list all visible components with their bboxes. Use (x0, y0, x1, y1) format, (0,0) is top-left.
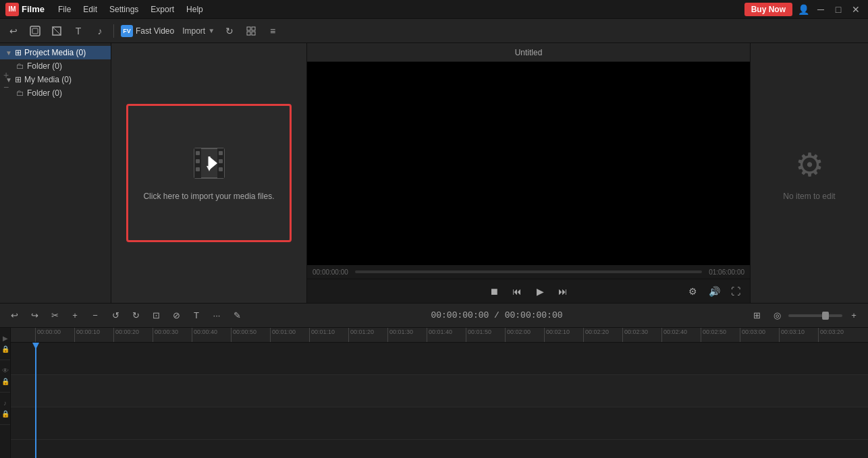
tree-label-project-media: Project Media (0) (24, 48, 86, 57)
tree-item-my-media[interactable]: ▼ ⊞ My Media (0) (0, 73, 111, 86)
no-item-text: No item to edit (783, 192, 835, 201)
import-drop-zone[interactable]: Click here to import your media files. (126, 104, 292, 242)
tl-text-button[interactable]: T (188, 307, 205, 324)
svg-rect-6 (247, 32, 250, 35)
progress-bar-container[interactable] (355, 270, 702, 273)
toolbar-text-icon[interactable]: T (69, 22, 88, 40)
menu-file[interactable]: File (53, 3, 76, 16)
toolbar-separator (113, 24, 114, 38)
tl-remove-button[interactable]: − (86, 307, 104, 324)
tree-grid-icon-my-media: ⊞ (15, 75, 22, 84)
timeline-body: ▶ 🔒 👁 🔒 ♪ 🔒 00:00:0000:00:1000:00:2000: (0, 328, 868, 458)
import-label[interactable]: Import (182, 26, 205, 36)
ruler-label-17: 00:02:50 (703, 328, 726, 335)
preview-volume-icon[interactable]: 🔊 (705, 283, 723, 300)
left-panel: ▼ ⊞ Project Media (0) 🗀 Folder (0) ▼ ⊞ M… (0, 43, 111, 303)
track-lock-icon[interactable]: 🔒 (1, 345, 10, 354)
timeline-tracks (11, 343, 868, 458)
titlebar-right: Buy Now 👤 ─ □ ✕ (744, 3, 863, 16)
svg-rect-16 (219, 167, 223, 171)
tl-cut-button[interactable]: ✂ (46, 307, 63, 324)
svg-rect-12 (196, 159, 200, 163)
ruler-mark-1: 00:00:10 (74, 328, 113, 342)
track-audio-icon[interactable]: ♪ (1, 399, 10, 408)
tl-redo-button[interactable]: ↪ (26, 307, 43, 324)
tl-split-button[interactable]: ⊘ (167, 307, 185, 324)
toolbar-media-icon[interactable] (26, 22, 45, 40)
fast-video-icon: FV (121, 25, 133, 37)
preview-fullscreen-icon[interactable]: ⛶ (727, 283, 744, 300)
tl-rotate-right-button[interactable]: ↻ (127, 307, 144, 324)
ruler-mark-5: 00:00:50 (231, 328, 270, 342)
buy-now-button[interactable]: Buy Now (744, 3, 792, 16)
tree-grid-icon-project-media: ⊞ (15, 48, 22, 57)
tl-pencil-button[interactable]: ✎ (228, 307, 246, 324)
side-icon-group-3: ♪ 🔒 (0, 393, 10, 425)
preview-prev-frame-button[interactable]: ⏮ (508, 283, 526, 300)
tl-crop-button[interactable]: ⊡ (147, 307, 165, 324)
ruler-mark-10: 00:01:40 (427, 328, 466, 342)
tree-item-project-folder[interactable]: 🗀 Folder (0) (0, 59, 111, 73)
tl-fit-button[interactable]: ◎ (768, 307, 786, 324)
film-strip-icon (192, 146, 227, 181)
menu-export[interactable]: Export (145, 3, 180, 16)
track-row-1 (11, 343, 868, 375)
timecode-display: 00:00:00:00 / 00:00:00:00 (248, 310, 745, 320)
toolbar-undo-icon[interactable]: ↩ (4, 22, 23, 40)
ruler-mark-7: 00:01:10 (309, 328, 348, 342)
track-video-icon[interactable]: ▶ (1, 334, 10, 343)
svg-rect-4 (247, 27, 250, 30)
menu-settings[interactable]: Settings (104, 3, 144, 16)
ruler-label-15: 00:02:30 (624, 328, 648, 335)
tl-undo-button[interactable]: ↩ (5, 307, 23, 324)
tree-folder-icon-my: 🗀 (16, 88, 24, 98)
preview-play-button[interactable]: ▶ (531, 283, 549, 300)
menu-edit[interactable]: Edit (78, 3, 103, 16)
ruler-label-19: 00:03:10 (781, 328, 805, 335)
track-eye-icon[interactable]: 👁 (1, 366, 10, 376)
toolbar-refresh-icon[interactable]: ↻ (220, 22, 239, 40)
menu-help[interactable]: Help (181, 3, 209, 16)
ruler-label-16: 00:02:40 (663, 328, 687, 335)
zoom-slider[interactable] (788, 314, 842, 317)
tl-add-button[interactable]: + (66, 307, 84, 324)
preview-progress-bar: 00:00:00:00 01:06:00:00 (307, 265, 750, 279)
toolbar-list-icon[interactable]: ≡ (263, 22, 282, 40)
tree-label-my-folder: Folder (0) (27, 88, 62, 98)
tl-zoom-in-button[interactable]: + (845, 307, 863, 324)
restore-button[interactable]: □ (832, 3, 845, 16)
user-icon[interactable]: 👤 (796, 3, 810, 16)
menu-bar: File Edit Settings Export Help (53, 3, 209, 16)
preview-stop-button[interactable]: ⏹ (485, 283, 503, 300)
preview-settings-icon[interactable]: ⚙ (684, 283, 701, 300)
tl-grid-button[interactable]: ⊞ (748, 307, 765, 324)
ruler-mark-0: 00:00:00 (35, 328, 74, 342)
zoom-handle[interactable] (822, 312, 829, 320)
minimize-button[interactable]: ─ (814, 3, 828, 16)
ruler-mark-16: 00:02:40 (661, 328, 701, 342)
preview-title: Untitled (307, 43, 750, 62)
tree-item-my-folder[interactable]: 🗀 Folder (0) (0, 86, 111, 100)
import-dropdown-arrow[interactable]: ▼ (208, 27, 215, 34)
add-icon[interactable]: + (1, 70, 11, 80)
ruler-mark-18: 00:03:00 (740, 328, 779, 342)
track-lock-icon-2[interactable]: 🔒 (1, 377, 10, 387)
toolbar-grid-icon[interactable] (242, 22, 261, 40)
collapse-icon[interactable]: − (1, 82, 11, 92)
ruler-mark-11: 00:01:50 (466, 328, 505, 342)
svg-line-3 (53, 27, 61, 35)
close-button[interactable]: ✕ (849, 3, 863, 16)
track-row-3 (11, 407, 868, 440)
toolbar-crop-icon[interactable] (47, 22, 66, 40)
tree-item-project-media[interactable]: ▼ ⊞ Project Media (0) (0, 46, 111, 59)
import-button-group[interactable]: Import ▼ (182, 26, 215, 36)
track-mute-icon[interactable]: 🔒 (1, 409, 10, 419)
ruler-label-12: 00:02:00 (507, 328, 531, 335)
preview-next-frame-button[interactable]: ⏭ (554, 283, 572, 300)
tree-label-my-media: My Media (0) (24, 75, 72, 84)
tl-rotate-left-button[interactable]: ↺ (107, 307, 124, 324)
ruler-label-0: 00:00:00 (37, 328, 61, 335)
toolbar-audio-icon[interactable]: ♪ (90, 22, 109, 40)
preview-canvas (307, 62, 750, 265)
tl-more-button[interactable]: ··· (208, 307, 225, 324)
